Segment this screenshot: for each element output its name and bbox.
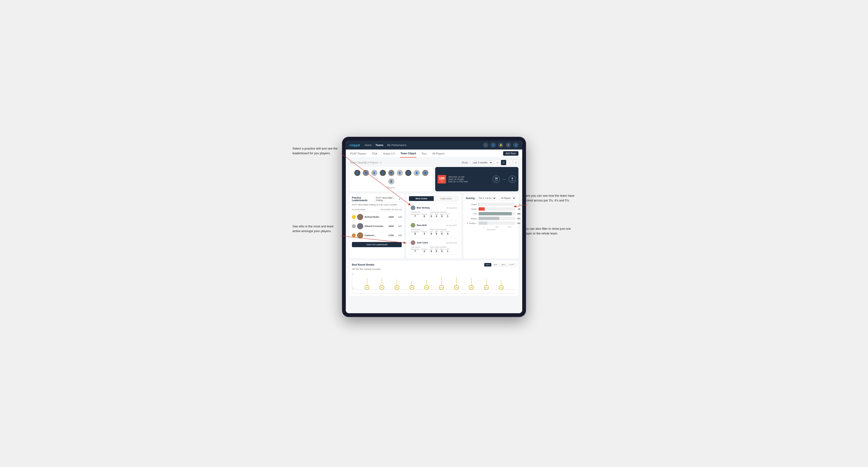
search-icon[interactable]: ⌕	[483, 143, 488, 148]
nav-teams[interactable]: Teams	[375, 143, 383, 147]
streaks-filter-btns: OTT APP ARG PUTT	[484, 263, 516, 267]
bar-chart: Eagles 3 Birdies 96	[466, 203, 516, 225]
pa-stats-2: Total Rounds Tournament 8 Practice	[411, 229, 457, 235]
nav-my-performance[interactable]: My Performance	[387, 143, 406, 147]
bar-fill-bogeys	[478, 217, 499, 220]
bar-track-birdies: 96	[478, 207, 515, 211]
bar-track-eagles: 3	[478, 203, 515, 206]
activity-player-1: Blair McHarg 26 Aug 2023 Total Rounds To	[409, 204, 459, 220]
annotation-bottom-left: See who is the most and least active amo…	[292, 224, 340, 233]
x-axis-title: Total Shots	[466, 228, 516, 231]
streaks-subtitle: Off The Tee, Fairway Accuracy	[352, 268, 516, 270]
bar-value-dbogeys: 131	[517, 222, 520, 224]
user-avatar[interactable]: 👤	[513, 143, 519, 148]
edit-icon[interactable]: ✏	[380, 161, 382, 164]
pa-total-rounds-3: Total Rounds Tournament 7 Practice	[411, 246, 427, 253]
pa-player-1: Blair McHarg	[411, 206, 430, 210]
shot-card: 198 SC Shot Dist: 16 yds Start Lie: Roug…	[435, 167, 519, 191]
lb-score-1: 19/20	[386, 216, 394, 218]
people-icon[interactable]: 👤	[491, 143, 496, 148]
avatar[interactable]: 👤	[354, 169, 361, 177]
nav-logo: clippd	[349, 144, 360, 147]
pa-avatar-1	[411, 206, 415, 210]
scoring-header: Scoring Par 3, 4 & 5s All Players	[466, 196, 516, 200]
par-filter-dropdown[interactable]: Par 3, 4 & 5s	[476, 196, 497, 200]
avatar[interactable]: 👤	[362, 169, 369, 177]
pa-header-3: Josh Coles 26 Aug 2023	[411, 240, 457, 245]
subnav-pga[interactable]: PGA	[371, 150, 378, 158]
shot-badge: 198 SC	[437, 175, 446, 184]
most-active-tab[interactable]: Most Active	[409, 196, 434, 201]
streaks-title: Best Round Streaks	[352, 263, 374, 266]
main-content: Team Clippd | 14 Players ✏ Show: Last 3 …	[346, 158, 522, 313]
bar-value-bogeys: 311	[517, 217, 520, 220]
activity-tabs: Most Active Least Active	[409, 196, 459, 201]
players-avatars: 👤 👤 👤 👤 👤 👤 👤 👤 👤 👤	[352, 169, 431, 185]
subnav-all-players[interactable]: All Players	[432, 150, 445, 158]
show-dropdown[interactable]: Last 3 months	[470, 160, 493, 165]
bar-label-dbogeys: D. Bogeys +	[467, 222, 477, 224]
pa-date-3: 26 Aug 2023	[446, 242, 457, 244]
subnav-tour[interactable]: Tour	[421, 150, 427, 158]
subnav-pgat[interactable]: PGAT Players	[349, 150, 367, 158]
filter-view-btn[interactable]: ⇅	[513, 160, 519, 165]
lb-avg-1: 110	[395, 216, 402, 218]
avatar[interactable]: 👤	[379, 169, 386, 177]
bar-label-bogeys: Bogeys	[467, 217, 477, 220]
lb-score-3: 17/20	[386, 234, 394, 237]
ott-filter-btn[interactable]: OTT	[484, 263, 491, 267]
shot-yards: 16 yds — 0 yds	[493, 176, 516, 183]
nav-links: Home Teams My Performance	[365, 143, 478, 147]
lb-score-2: 18/20	[386, 225, 394, 227]
lb-row-3: 3 Cameron... 17/20 103	[352, 231, 402, 240]
avatar[interactable]: 👤	[388, 178, 395, 185]
subnav-team-clippd[interactable]: Team Clippd	[400, 150, 416, 158]
lb-row-2: 2 Edward Crossman 18/20 107	[352, 222, 402, 231]
bar-label-pars: Pars	[467, 213, 477, 215]
pa-name-3: Josh Coles	[416, 242, 428, 244]
avatar[interactable]: 👤	[396, 169, 403, 177]
drill-dropdown[interactable]: PUTT Must Make Putting... ▾	[375, 196, 402, 202]
tablet-inner: clippd Home Teams My Performance ⌕ 👤 🔔 ⚙…	[346, 141, 522, 313]
nav-home[interactable]: Home	[365, 143, 371, 147]
avatar[interactable]: 👤	[371, 169, 378, 177]
avatar[interactable]: 👤	[422, 169, 429, 177]
activity-player-2: Rees Britt 02 Sep 2023 Total Rounds Tour	[409, 221, 459, 237]
nav-icons: ⌕ 👤 🔔 ⚙ 👤	[483, 143, 519, 148]
avatar[interactable]: 👤	[388, 169, 395, 177]
pa-avatar-2	[411, 223, 415, 228]
activity-card: Most Active Least Active Blair McHarg 26…	[406, 194, 461, 258]
lb-avatar-3	[357, 232, 363, 239]
annotation-right-top: Here you can see how the team have score…	[524, 193, 576, 203]
bell-icon[interactable]: 🔔	[498, 143, 503, 148]
settings-icon[interactable]: ⚙	[506, 143, 511, 148]
bar-fill-pars	[478, 212, 512, 215]
pa-header-1: Blair McHarg 26 Aug 2023	[411, 206, 457, 210]
leaderboard-header-row: Practice Leaderboards PUTT Must Make Put…	[352, 196, 402, 202]
view-full-leaderboard-btn[interactable]: View Full Leaderboard	[352, 242, 402, 247]
drill-subtitle: PUTT Must Make Putting (3-6 ft), Last 3 …	[352, 204, 402, 206]
grid-view-btn[interactable]: ⊞	[495, 160, 500, 165]
subnav-hcaps[interactable]: Hcaps 1-5	[382, 150, 395, 158]
players-shot-row: 👤 👤 👤 👤 👤 👤 👤 👤 👤 👤 Players	[349, 167, 519, 191]
bar-row-dbogeys: D. Bogeys + 131	[467, 221, 515, 225]
bar-value-eagles: 3	[519, 203, 520, 206]
bar-row-pars: Pars 499	[467, 212, 515, 215]
pa-practice-acts-1: Total Practice Activities OTT 0 APP	[430, 211, 450, 218]
avatar[interactable]: 👤	[405, 169, 412, 177]
annotation-right-bottom: You can also filter to show just one pla…	[524, 226, 576, 236]
shot-details: Shot Dist: 16 yds Start Lie: Rough End L…	[448, 176, 490, 183]
app-filter-btn[interactable]: APP	[492, 263, 499, 267]
list-view-btn[interactable]: ≡	[507, 160, 512, 165]
leaderboard-title: Practice Leaderboards	[352, 196, 375, 201]
add-team-button[interactable]: Add Team	[503, 151, 519, 156]
putt-filter-btn[interactable]: PUTT	[508, 263, 516, 267]
table-view-btn[interactable]: ☰	[501, 160, 506, 165]
player-filter-dropdown[interactable]: All Players	[498, 196, 516, 200]
lb-column-headers: PLAYER NAME PB SCORE PB AVG SQ	[352, 208, 402, 212]
avatar[interactable]: 👤	[413, 169, 420, 177]
activity-player-3: Josh Coles 26 Aug 2023 Total Rounds Tour	[409, 239, 459, 254]
arg-filter-btn[interactable]: ARG	[500, 263, 507, 267]
least-active-tab[interactable]: Least Active	[434, 196, 459, 201]
show-label: Show:	[462, 161, 468, 164]
